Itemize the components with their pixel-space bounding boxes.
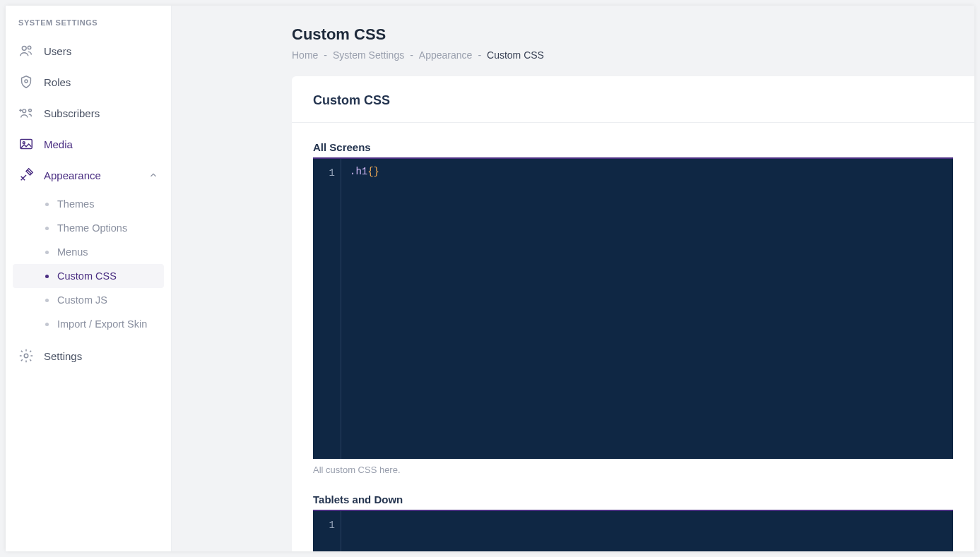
code-area[interactable]	[341, 511, 953, 551]
sidebar-section-title: SYSTEM SETTINGS	[6, 13, 171, 35]
help-text-all-screens: All custom CSS here.	[313, 465, 953, 475]
line-number: 1	[313, 518, 335, 533]
sub-item-label: Themes	[57, 198, 94, 210]
code-editor-all-screens[interactable]: 1 .h1{}	[313, 159, 953, 459]
svg-point-2	[25, 80, 28, 83]
sub-item-label: Custom CSS	[57, 270, 117, 282]
bullet-icon	[45, 203, 49, 206]
line-gutter: 1	[313, 159, 341, 459]
breadcrumb-home[interactable]: Home	[292, 49, 318, 61]
sub-item-menus[interactable]: Menus	[13, 240, 164, 264]
sidebar-item-settings[interactable]: Settings	[6, 340, 171, 371]
sidebar-item-roles[interactable]: Roles	[6, 66, 171, 97]
appearance-subitems: Themes Theme Options Menus Custom CSS Cu…	[6, 191, 171, 340]
sidebar-item-label: Roles	[44, 76, 71, 88]
sidebar-item-media[interactable]: Media	[6, 128, 171, 160]
page-title: Custom CSS	[292, 25, 974, 44]
svg-point-6	[23, 142, 25, 144]
sub-item-label: Custom JS	[57, 294, 107, 306]
svg-point-3	[23, 109, 26, 113]
sub-item-custom-js[interactable]: Custom JS	[13, 288, 164, 312]
sidebar-item-label: Media	[44, 138, 73, 150]
field-label-all-screens: All Screens	[313, 141, 953, 159]
custom-css-card: Custom CSS All Screens 1 .h1{} All custo…	[292, 76, 974, 551]
sidebar-item-label: Settings	[44, 350, 82, 362]
sidebar-item-label: Appearance	[44, 169, 101, 181]
sub-item-theme-options[interactable]: Theme Options	[13, 216, 164, 240]
line-number: 1	[313, 166, 335, 181]
sidebar-item-subscribers[interactable]: Subscribers	[6, 97, 171, 128]
chevron-up-icon	[148, 170, 158, 180]
svg-point-4	[29, 109, 32, 112]
main-content: Custom CSS Home - System Settings - Appe…	[172, 6, 974, 551]
sidebar-item-appearance[interactable]: Appearance	[6, 160, 171, 191]
sub-item-import-export-skin[interactable]: Import / Export Skin	[13, 312, 164, 336]
sub-item-label: Import / Export Skin	[57, 318, 147, 330]
sub-item-label: Theme Options	[57, 222, 127, 234]
svg-point-7	[24, 354, 28, 358]
field-label-tablets: Tablets and Down	[313, 493, 953, 511]
sidebar-item-label: Users	[44, 45, 71, 57]
sidebar: SYSTEM SETTINGS Users Roles Subscribers …	[6, 6, 172, 551]
gear-icon	[18, 348, 34, 364]
card-title: Custom CSS	[292, 76, 974, 123]
bullet-icon	[45, 323, 49, 326]
bullet-icon	[45, 275, 49, 278]
svg-point-1	[28, 46, 30, 49]
editor-tablets-down: Tablets and Down 1	[313, 493, 953, 551]
appearance-icon	[18, 167, 34, 183]
breadcrumb: Home - System Settings - Appearance - Cu…	[292, 49, 974, 61]
sub-item-themes[interactable]: Themes	[13, 192, 164, 216]
breadcrumb-sep: -	[410, 49, 413, 61]
users-icon	[18, 43, 34, 59]
breadcrumb-sep: -	[478, 49, 481, 61]
sub-item-custom-css[interactable]: Custom CSS	[13, 264, 164, 288]
sub-item-label: Menus	[57, 246, 88, 258]
line-gutter: 1	[313, 511, 341, 551]
code-token-selector: .h1	[350, 166, 367, 177]
breadcrumb-sep: -	[324, 49, 327, 61]
svg-point-0	[22, 46, 26, 50]
editor-all-screens: All Screens 1 .h1{} All custom CSS here.	[313, 141, 953, 475]
breadcrumb-current: Custom CSS	[487, 49, 544, 61]
subscribers-icon	[18, 105, 34, 121]
page-header: Custom CSS Home - System Settings - Appe…	[172, 18, 974, 76]
code-editor-tablets[interactable]: 1	[313, 511, 953, 551]
media-icon	[18, 136, 34, 152]
bullet-icon	[45, 299, 49, 302]
sidebar-item-label: Subscribers	[44, 107, 100, 119]
bullet-icon	[45, 227, 49, 230]
bullet-icon	[45, 251, 49, 254]
code-area[interactable]: .h1{}	[341, 159, 953, 459]
breadcrumb-appearance[interactable]: Appearance	[419, 49, 473, 61]
code-token-braces: {}	[367, 166, 379, 177]
sidebar-item-users[interactable]: Users	[6, 35, 171, 66]
shield-icon	[18, 74, 34, 90]
breadcrumb-system-settings[interactable]: System Settings	[333, 49, 404, 61]
